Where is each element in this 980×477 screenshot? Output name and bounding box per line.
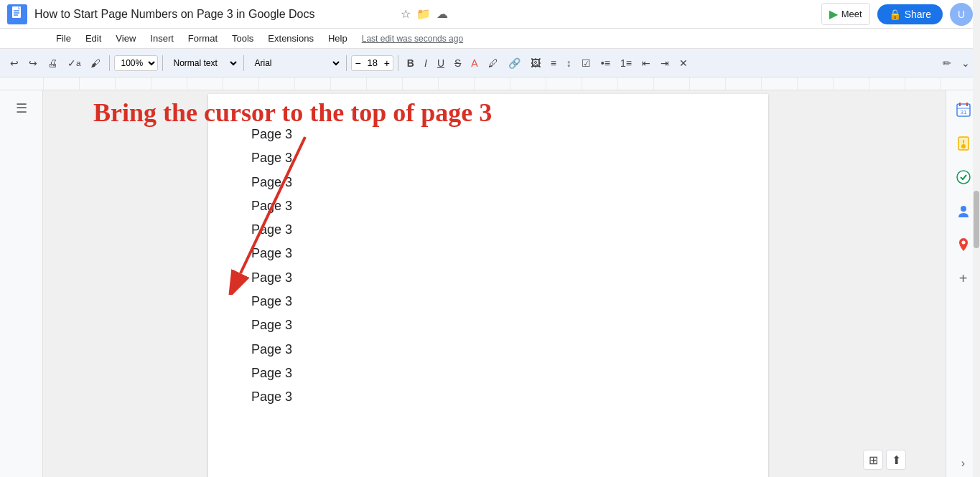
title-icons: ☆ 📁 ☁ [401,7,448,21]
font-size-increase[interactable]: + [381,56,393,70]
print-button[interactable]: 🖨 [43,55,62,72]
expand-panel-button[interactable]: › [957,453,969,474]
paint-format-button[interactable]: 🖌 [86,55,105,72]
toolbar: ↩ ↪ 🖨 ✓a 🖌 100% 75% 125% Normal text Hea… [0,49,980,77]
page-line-11: Page 3 [251,362,725,385]
page-line-10: Page 3 [251,338,725,362]
expand-page-button[interactable]: ⬆ [886,450,906,470]
share-label: Share [905,9,931,20]
menu-help[interactable]: Help [322,32,353,45]
clear-format-button[interactable]: ✕ [675,55,692,72]
star-icon[interactable]: ☆ [401,7,411,21]
editing-mode-button[interactable]: ✏ [938,55,956,72]
align-button[interactable]: ≡ [546,55,561,72]
bottom-right-buttons: ⊞ ⬆ [863,450,906,470]
checklist-button[interactable]: ☑ [577,55,595,72]
toolbar-separator-1 [109,55,110,71]
meet-label: Meet [841,9,862,19]
svg-point-12 [961,144,966,148]
keep-icon[interactable] [951,131,976,159]
toolbar-separator-2 [162,55,163,71]
italic-button[interactable]: I [420,55,431,72]
zoom-select[interactable]: 100% 75% 125% [114,55,158,71]
spellcheck-button[interactable]: ✓a [63,55,85,72]
meet-icon: ▶ [829,7,838,21]
ruler [0,77,980,90]
menu-file[interactable]: File [50,32,77,45]
menu-format[interactable]: Format [182,32,223,45]
document-area: Bring the cursor to the top of page 3 Pa… [43,90,946,477]
font-size-decrease[interactable]: − [352,56,363,70]
share-button[interactable]: 🔒 Share [877,4,943,24]
ruler-inner [43,77,966,90]
toolbar-separator-4 [346,55,347,71]
title-bar: How to Start Page Numbers on Page 3 in G… [0,0,980,29]
strikethrough-button[interactable]: S [450,55,465,72]
menu-view[interactable]: View [110,32,141,45]
bullet-list-button[interactable]: •≡ [597,55,615,72]
annotation-text: Bring the cursor to the top of page 3 [93,98,492,128]
font-select[interactable]: Arial Times New Roman [248,55,342,71]
page-line-12: Page 3 [251,385,725,409]
scrollbar-thumb[interactable] [974,191,979,248]
line-spacing-button[interactable]: ↕ [562,55,576,72]
doc-icon [7,4,27,24]
svg-point-16 [961,241,965,245]
expand-button[interactable]: ⌄ [957,55,974,72]
svg-point-15 [961,206,966,212]
meet-button[interactable]: ▶ Meet [821,3,870,25]
svg-point-14 [957,171,970,184]
document-title: How to Start Page Numbers on Page 3 in G… [34,8,393,21]
user-avatar[interactable]: U [950,3,973,26]
show-document-outline-icon[interactable]: ☰ [11,96,32,121]
right-side-panel: 31 [946,90,980,477]
cloud-icon[interactable]: ☁ [437,7,448,21]
svg-text:31: 31 [960,109,966,115]
menu-tools[interactable]: Tools [226,32,259,45]
highlight-button[interactable]: 🖊 [484,55,503,72]
undo-button[interactable]: ↩ [6,55,23,72]
font-size-value[interactable]: 18 [364,57,381,68]
tasks-icon[interactable] [951,165,976,193]
arrow-graphic [219,130,334,295]
lock-icon: 🔒 [889,9,901,20]
vertical-scrollbar[interactable] [973,0,980,477]
redo-button[interactable]: ↪ [24,55,42,72]
folder-icon[interactable]: 📁 [416,7,431,21]
bold-button[interactable]: B [403,55,419,72]
left-sidebar: ☰ [0,90,43,477]
text-color-button[interactable]: A [467,55,482,72]
menu-edit[interactable]: Edit [80,32,107,45]
link-button[interactable]: 🔗 [504,55,525,72]
increase-indent-button[interactable]: ⇥ [656,55,673,72]
calendar-icon[interactable]: 31 [951,98,976,126]
svg-line-5 [241,137,305,273]
last-edit-status[interactable]: Last edit was seconds ago [362,34,463,44]
toolbar-separator-3 [243,55,244,71]
menu-extensions[interactable]: Extensions [262,32,319,45]
contacts-icon[interactable] [951,199,976,227]
font-size-group: − 18 + [351,55,393,71]
maps-icon[interactable] [951,232,976,260]
page-line-9: Page 3 [251,313,725,337]
fit-page-button[interactable]: ⊞ [863,450,883,470]
decrease-indent-button[interactable]: ⇤ [638,55,655,72]
menu-bar: File Edit View Insert Format Tools Exten… [0,29,980,49]
underline-button[interactable]: U [433,55,449,72]
main-area: ☰ Bring the cursor to the top of page 3 … [0,90,980,477]
toolbar-separator-5 [398,55,398,71]
insert-image-button[interactable]: 🖼 [526,55,545,72]
add-apps-button[interactable]: + [955,266,972,291]
menu-insert[interactable]: Insert [144,32,179,45]
paragraph-style-select[interactable]: Normal text Heading 1 Heading 2 [167,55,239,71]
numbered-list-button[interactable]: 1≡ [616,55,636,72]
